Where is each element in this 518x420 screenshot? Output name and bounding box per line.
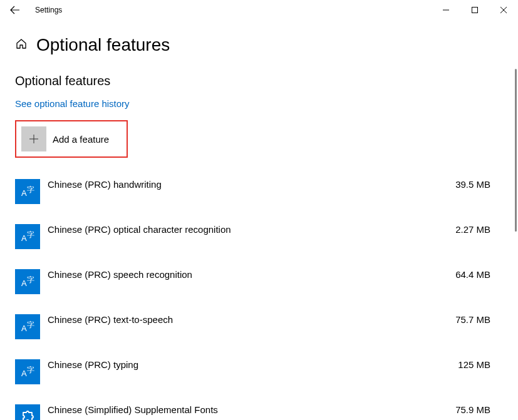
close-icon	[500, 7, 507, 13]
svg-text:字: 字	[27, 320, 34, 329]
feature-size: 39.5 MB	[453, 179, 503, 190]
minimize-button[interactable]	[432, 0, 460, 20]
feature-name: Chinese (PRC) speech recognition	[48, 269, 453, 280]
svg-rect-1	[472, 8, 478, 13]
language-icon: A字	[15, 224, 40, 249]
minimize-icon	[443, 7, 449, 13]
feature-size: 75.9 MB	[453, 404, 503, 415]
feature-name: Chinese (PRC) optical character recognit…	[48, 224, 453, 235]
svg-text:A: A	[21, 279, 27, 288]
feature-size: 2.27 MB	[453, 224, 503, 235]
add-feature-highlight: Add a feature	[15, 120, 128, 158]
puzzle-icon	[15, 404, 40, 420]
language-icon: A字	[15, 269, 40, 294]
scrollbar-thumb[interactable]	[515, 69, 517, 232]
window-controls	[432, 0, 518, 20]
feature-row[interactable]: A字Chinese (PRC) speech recognition64.4 M…	[15, 263, 503, 308]
page-header: Optional features	[0, 20, 518, 65]
feature-name: Chinese (PRC) typing	[48, 359, 453, 370]
feature-history-link[interactable]: See optional feature history	[15, 98, 130, 109]
section-title: Optional features	[15, 74, 503, 88]
maximize-button[interactable]	[460, 0, 489, 20]
close-button[interactable]	[489, 0, 518, 20]
svg-text:A: A	[21, 324, 27, 333]
feature-size: 64.4 MB	[453, 269, 503, 280]
feature-list: A字Chinese (PRC) handwriting39.5 MBA字Chin…	[15, 173, 503, 420]
svg-text:A: A	[21, 188, 27, 198]
feature-row[interactable]: A字Chinese (PRC) optical character recogn…	[15, 218, 503, 263]
feature-name: Chinese (PRC) handwriting	[48, 179, 453, 190]
maximize-icon	[472, 7, 478, 13]
svg-text:A: A	[21, 233, 27, 243]
content-area: Optional features See optional feature h…	[0, 74, 518, 420]
language-icon: A字	[15, 359, 40, 384]
app-title: Settings	[35, 6, 62, 14]
feature-row[interactable]: A字Chinese (PRC) handwriting39.5 MB	[15, 173, 503, 218]
title-bar: Settings	[0, 0, 518, 20]
language-icon: A字	[15, 179, 40, 204]
feature-size: 125 MB	[453, 359, 503, 370]
feature-row[interactable]: Chinese (Simplified) Supplemental Fonts7…	[15, 398, 503, 420]
svg-text:字: 字	[27, 275, 34, 284]
page-title: Optional features	[36, 35, 170, 55]
feature-row[interactable]: A字Chinese (PRC) text-to-speech75.7 MB	[15, 308, 503, 353]
back-button[interactable]	[0, 0, 30, 20]
home-button[interactable]	[15, 38, 28, 53]
language-icon: A字	[15, 314, 40, 339]
svg-text:字: 字	[27, 366, 34, 374]
add-feature-label: Add a feature	[53, 134, 109, 145]
feature-name: Chinese (Simplified) Supplemental Fonts	[48, 404, 453, 415]
home-icon	[15, 38, 28, 50]
feature-name: Chinese (PRC) text-to-speech	[48, 314, 453, 325]
svg-text:A: A	[21, 369, 27, 378]
feature-row[interactable]: A字Chinese (PRC) typing125 MB	[15, 353, 503, 398]
svg-text:字: 字	[27, 185, 34, 194]
plus-tile	[21, 126, 46, 151]
plus-icon	[29, 134, 39, 144]
back-arrow-icon	[10, 5, 20, 15]
svg-text:字: 字	[27, 230, 34, 239]
feature-size: 75.7 MB	[453, 314, 503, 325]
add-feature-button[interactable]: Add a feature	[20, 125, 110, 153]
